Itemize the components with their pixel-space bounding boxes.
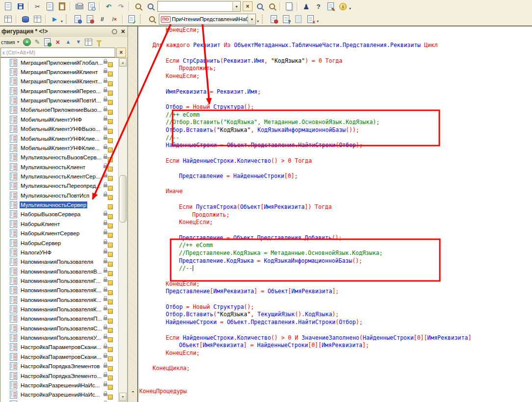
procedures-combo[interactable]: ПО ПриЧтенииПредставленийНаС ▼ xyxy=(159,14,256,25)
code-line[interactable]: //++ eComm xyxy=(139,111,532,119)
list-item[interactable]: МультиязычностьВызовСерв... xyxy=(0,153,119,162)
code-line[interactable]: //++ eComm xyxy=(139,242,532,250)
list-item[interactable]: НапоминанияПользователяК... xyxy=(0,286,119,295)
clear-tree-search-button[interactable]: × xyxy=(116,48,126,57)
code-line[interactable]: //Представление.КодЯзыка = Метаданные.Ос… xyxy=(139,250,532,257)
list-item[interactable]: НастройкаПараметровСкани... xyxy=(0,343,119,352)
code-editor[interactable]: - КонецЕсли;Для каждого Реквизит Из Объе… xyxy=(127,26,532,402)
code-line[interactable]: Представление.КодЯзыка = КодЯзыкаИнформа… xyxy=(139,257,532,265)
find-icon[interactable] xyxy=(144,1,156,12)
list-item[interactable]: НастройкаПараметровСкани... xyxy=(0,352,119,361)
database-icon[interactable] xyxy=(19,14,31,25)
list-item[interactable]: НалогиУНФ xyxy=(0,248,119,257)
bookmark-add-icon[interactable] xyxy=(268,14,280,25)
code-line[interactable]: КонецПроцедуры xyxy=(139,388,532,396)
list-item[interactable]: НапоминанияПользователяВ... xyxy=(0,267,119,276)
list-item[interactable]: МиграцияПриложенийПовтИ... xyxy=(0,96,119,105)
new-document-icon[interactable] xyxy=(2,1,14,12)
search-combo[interactable]: ▼ xyxy=(157,1,241,12)
bookmark-help-icon[interactable]: ? xyxy=(280,14,292,25)
code-line[interactable] xyxy=(139,380,532,388)
tree-search-input[interactable] xyxy=(0,48,115,57)
code-line[interactable] xyxy=(139,357,532,365)
add-icon[interactable]: + xyxy=(22,37,32,47)
clear-search-button[interactable]: × xyxy=(243,1,253,11)
code-line[interactable] xyxy=(139,273,532,280)
sort-list-icon[interactable] xyxy=(83,37,94,47)
check-configuration-icon[interactable]: ♟ xyxy=(300,1,312,12)
uncomment-icon[interactable]: /× xyxy=(108,14,121,25)
list-item[interactable]: НапоминанияПользователяК... xyxy=(0,304,119,314)
code-line[interactable]: Продолжить; xyxy=(139,65,532,73)
cut-icon[interactable]: ✂ xyxy=(31,1,44,12)
list-item[interactable]: НапоминанияПользователяС... xyxy=(0,324,119,333)
info-icon[interactable]: i xyxy=(337,1,349,12)
template-edit-icon[interactable]: ✎ xyxy=(325,1,337,12)
list-item[interactable]: МобильныйКлиентУНФ xyxy=(0,115,119,124)
chevron-down-icon[interactable]: ▾ xyxy=(257,19,259,24)
print-icon[interactable] xyxy=(73,1,85,12)
code-line[interactable]: Представление[ИмяРеквизита] = Объект[Имя… xyxy=(139,288,532,296)
list-item[interactable]: НастройкаРазрешенийНаИс... xyxy=(0,400,119,402)
copy-add-icon[interactable] xyxy=(42,37,52,47)
edit-icon[interactable]: ✎ xyxy=(32,37,42,47)
panel-title-bar[interactable]: фигурация * <!> × xyxy=(0,26,127,37)
paste-icon[interactable] xyxy=(56,1,68,12)
code-line[interactable] xyxy=(139,50,532,57)
chevron-down-icon[interactable]: ▾ xyxy=(61,19,63,24)
code-line[interactable]: КонецЕсли; xyxy=(139,350,532,357)
list-item[interactable]: НаборыКлиентСервер xyxy=(0,228,119,238)
code-line[interactable]: Продолжить; xyxy=(139,211,532,219)
scrollbar-thumb[interactable] xyxy=(119,175,127,223)
code-area[interactable]: КонецЕсли;Для каждого Реквизит Из Объект… xyxy=(138,26,532,402)
list-item[interactable]: НастройкаПорядкаЭлементо... xyxy=(0,371,119,380)
code-line[interactable]: Отбор = Новый Структура(); xyxy=(139,103,532,111)
code-line[interactable]: КонецЕсли; xyxy=(139,73,532,80)
editor-breakpoint-margin[interactable]: - xyxy=(127,26,138,402)
list-item[interactable]: НастройкаПорядкаЭлементов xyxy=(0,362,119,371)
code-line[interactable] xyxy=(139,80,532,88)
code-line[interactable]: Для каждого Реквизит Из ОбъектМетаданных… xyxy=(139,42,532,50)
list-item[interactable]: НапоминанияПользователяУ... xyxy=(0,333,119,342)
list-item[interactable]: НастройкаРазрешенийНаИс... xyxy=(0,390,119,400)
code-line[interactable]: КонецЕсли; xyxy=(139,219,532,226)
code-line[interactable]: Если ПустаяСтрока(Объект[ИмяРеквизита]) … xyxy=(139,203,532,211)
code-line[interactable]: КонецЕсли; xyxy=(139,26,532,34)
code-line[interactable]: Представление = НайденныеСтроки[0]; xyxy=(139,173,532,180)
chevron-down-icon[interactable]: ▼ xyxy=(248,15,255,24)
print-preview-icon[interactable] xyxy=(85,1,98,12)
list-item[interactable]: МобильныйКлиентУНФВызо... xyxy=(0,125,119,134)
template-copy-icon[interactable] xyxy=(84,14,96,25)
list-item[interactable]: МультиязычностьКлиент xyxy=(0,162,119,172)
code-line[interactable]: НайденныеСтроки = Объект.Представления.Н… xyxy=(139,319,532,327)
code-line[interactable]: КонецЕсли; xyxy=(139,280,532,288)
chevron-down-icon[interactable]: ▼ xyxy=(16,40,20,44)
filter-icon[interactable] xyxy=(94,37,104,47)
code-line[interactable]: Представление = Объект.Представления.Доб… xyxy=(139,234,532,242)
list-item[interactable]: НапоминанияПользователяГ... xyxy=(0,276,119,285)
tree-scrollbar[interactable]: ▲ ▼ xyxy=(118,57,127,402)
list-item[interactable]: МобильноеПриложениеВызо... xyxy=(0,105,119,115)
save-icon[interactable] xyxy=(14,1,26,12)
list-item[interactable]: МиграцияПриложенийКлиент xyxy=(0,67,119,76)
code-line[interactable] xyxy=(139,34,532,42)
run-icon[interactable]: ▶ xyxy=(49,14,61,25)
close-icon[interactable]: × xyxy=(121,28,125,35)
table-icon[interactable] xyxy=(31,14,44,25)
list-item[interactable]: НастройкаРазрешенийНаИс... xyxy=(0,380,119,390)
fold-marker[interactable]: - xyxy=(130,389,135,394)
list-item[interactable]: МультиязычностьСервер xyxy=(0,200,119,209)
code-line[interactable]: //-- xyxy=(139,265,532,273)
code-line[interactable] xyxy=(139,180,532,188)
template-save-icon[interactable] xyxy=(72,14,84,25)
code-line[interactable]: Если СтрСравнить(Реквизит.Имя, "КодЯзыка… xyxy=(139,57,532,65)
code-line[interactable] xyxy=(139,165,532,173)
move-down-icon[interactable]: ▼ xyxy=(73,37,83,47)
list-item[interactable]: МобильныйКлиентУНФКлие... xyxy=(0,134,119,143)
list-item[interactable]: НапоминанияПользователяП... xyxy=(0,314,119,324)
list-item[interactable]: НапоминанияПользователя xyxy=(0,257,119,267)
code-line[interactable] xyxy=(139,96,532,103)
code-line[interactable]: Иначе xyxy=(139,188,532,196)
list-item[interactable]: НаборыКлиент xyxy=(0,219,119,228)
code-line[interactable] xyxy=(139,196,532,203)
